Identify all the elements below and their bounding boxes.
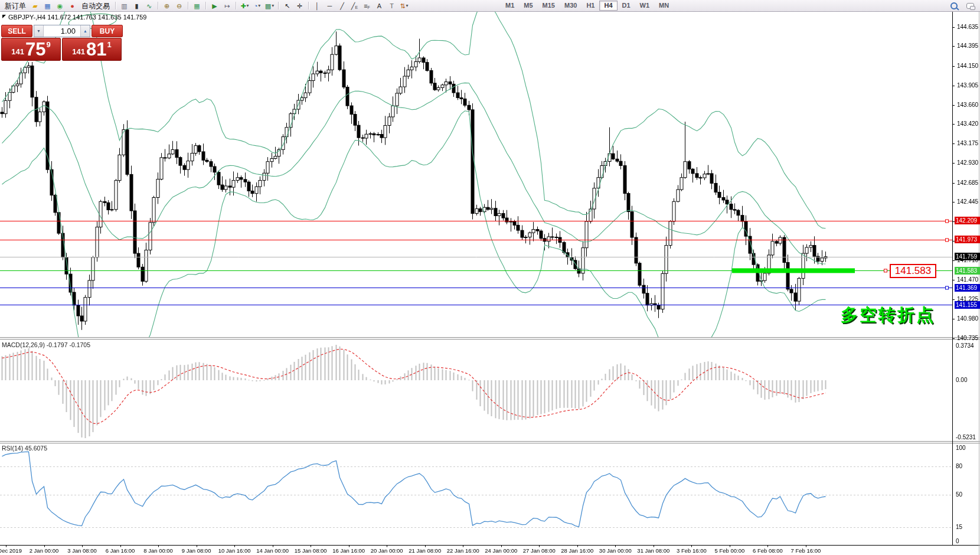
horizontal-line-icon[interactable]: ─ bbox=[324, 1, 336, 11]
time-axis-label: 10 Jan 16:00 bbox=[218, 547, 251, 554]
arrows-icon[interactable]: ⇅▾ bbox=[398, 1, 410, 11]
price-tick-label: 143.175 bbox=[957, 140, 978, 146]
symbol-ohlc-line: GBPJPY-,H4 141.672 141.763 141.635 141.7… bbox=[2, 14, 146, 21]
timeframe-button-mn[interactable]: MN bbox=[654, 1, 674, 11]
signal-icon[interactable]: ◉ bbox=[54, 1, 66, 11]
time-axis-label: 15 Jan 08:00 bbox=[295, 547, 327, 554]
toolbar-separator bbox=[158, 2, 158, 9]
fibonacci-icon-sub: F bbox=[368, 3, 370, 12]
indicators-icon-caret[interactable]: ▾ bbox=[247, 1, 249, 11]
timeframe-button-m5[interactable]: M5 bbox=[519, 1, 537, 11]
new-order-button[interactable]: 新订单 bbox=[2, 1, 29, 11]
buy-button[interactable]: BUY bbox=[92, 25, 123, 37]
buy-price-main: 81 bbox=[86, 40, 106, 60]
gold-bars-icon[interactable]: ▰ bbox=[29, 1, 41, 11]
candlestick-chart-icon[interactable]: ▮ bbox=[130, 1, 143, 11]
text-label-icon[interactable]: T bbox=[386, 1, 398, 11]
buy-price-sup: 1 bbox=[107, 40, 111, 49]
price-chart-canvas[interactable] bbox=[0, 0, 980, 555]
text-icon[interactable]: A bbox=[373, 1, 386, 11]
indicators-icon[interactable]: ✚▾ bbox=[239, 1, 251, 11]
price-tick-label: 144.635 bbox=[957, 24, 978, 30]
toolbar-separator bbox=[205, 2, 206, 9]
toolbar-separator bbox=[308, 2, 309, 9]
timeframe-toolbar: M1M5M15M30H1H4D1W1MN bbox=[501, 1, 674, 11]
vertical-line-icon[interactable]: │ bbox=[311, 1, 324, 11]
periods-icon-caret[interactable]: ▾ bbox=[258, 1, 260, 11]
chart-shift-icon[interactable]: ↦ bbox=[221, 1, 233, 11]
toolbar: 新订单▰▦◉●自动交易▥▮∿⊕⊖▦▶↦✚▾◔▾▩▾↖✛│─╱╱E≡FAT⇅▾ M… bbox=[0, 0, 980, 12]
timeframe-button-m15[interactable]: M15 bbox=[538, 1, 560, 11]
price-badge: 141.973 bbox=[955, 236, 980, 243]
line-chart-icon[interactable]: ∿ bbox=[143, 1, 155, 11]
timeframe-button-m30[interactable]: M30 bbox=[560, 1, 582, 11]
templates-icon-caret[interactable]: ▾ bbox=[272, 1, 274, 11]
timeframe-button-h1[interactable]: H1 bbox=[582, 1, 599, 11]
time-axis-label: 7 Feb 16:00 bbox=[791, 547, 821, 554]
crosshair-icon[interactable]: ✛ bbox=[293, 1, 306, 11]
price-badge: 141.155 bbox=[955, 301, 980, 309]
fibonacci-icon[interactable]: ≡F bbox=[361, 1, 373, 11]
time-axis-label: 27 Jan 08:00 bbox=[523, 547, 556, 554]
macd-scale-label: 0.3734 bbox=[956, 342, 974, 349]
sell-price-box[interactable]: 141 75 9 bbox=[1, 38, 61, 61]
price-badge: 141.583 bbox=[955, 267, 980, 275]
price-badge: 142.209 bbox=[955, 217, 980, 224]
auto-scroll-icon[interactable]: ▶ bbox=[208, 1, 221, 11]
toolbar-left-group: 新订单▰▦◉●自动交易▥▮∿⊕⊖▦▶↦✚▾◔▾▩▾↖✛│─╱╱E≡FAT⇅▾ bbox=[0, 0, 410, 11]
timeframe-button-d1[interactable]: D1 bbox=[618, 1, 635, 11]
rsi-scale-label: 0 bbox=[956, 538, 959, 544]
market-watch-icon[interactable]: ▦ bbox=[41, 1, 54, 11]
buy-price-box[interactable]: 141 81 1 bbox=[62, 38, 122, 61]
buy-price-base: 141 bbox=[72, 47, 85, 56]
auto-trading-icon[interactable]: ● bbox=[66, 1, 79, 11]
time-axis-label: 9 Jan 08:00 bbox=[182, 547, 211, 554]
macd-scale-label: 0.00 bbox=[956, 377, 967, 383]
equidistant-channel-icon[interactable]: ╱E bbox=[348, 1, 361, 11]
macd-indicator-label: MACD(12,26,9) -0.1797 -0.1705 bbox=[2, 341, 90, 348]
arrows-icon-caret[interactable]: ▾ bbox=[406, 1, 409, 11]
chat-icon[interactable] bbox=[966, 3, 974, 9]
toolbar-separator bbox=[278, 2, 279, 9]
price-label-box[interactable]: 141.583 bbox=[890, 264, 936, 278]
time-axis-label: 21 Jan 08:00 bbox=[409, 547, 441, 554]
one-click-trading-panel: SELL ▾ 1.00 ▴ BUY 141 75 9 141 81 1 bbox=[1, 25, 123, 61]
time-axis-label: 20 Jan 00:00 bbox=[371, 547, 403, 554]
bar-chart-icon[interactable]: ▥ bbox=[118, 1, 130, 11]
turning-point-annotation[interactable]: 多空转折点 bbox=[841, 303, 935, 327]
macd-scale-label: -0.5231 bbox=[956, 434, 976, 440]
price-tick-label: 143.905 bbox=[957, 82, 978, 89]
timeframe-button-m1[interactable]: M1 bbox=[501, 1, 519, 11]
time-axis-label: 6 Jan 16:00 bbox=[106, 547, 135, 554]
toolbar-separator bbox=[188, 2, 188, 9]
symbol-ohlc-text: GBPJPY-,H4 141.672 141.763 141.635 141.7… bbox=[8, 14, 146, 21]
timeframe-button-w1[interactable]: W1 bbox=[635, 1, 655, 11]
price-tick-label: 144.150 bbox=[957, 63, 978, 69]
zoom-in-icon[interactable]: ⊕ bbox=[161, 1, 173, 11]
price-tick-label: 140.980 bbox=[957, 315, 978, 322]
templates-icon[interactable]: ▩▾ bbox=[263, 1, 276, 11]
tile-windows-icon[interactable]: ▦ bbox=[191, 1, 203, 11]
zoom-out-icon[interactable]: ⊖ bbox=[173, 1, 185, 11]
time-axis-label: 8 Jan 00:00 bbox=[143, 547, 173, 554]
volume-dropdown-button[interactable]: ▾ bbox=[34, 25, 44, 37]
sell-price-base: 141 bbox=[11, 47, 24, 56]
volume-up-button[interactable]: ▴ bbox=[80, 25, 90, 37]
trendline-icon[interactable]: ╱ bbox=[336, 1, 348, 11]
cursor-icon[interactable]: ↖ bbox=[281, 1, 293, 11]
time-axis-label: 2 Jan 00:00 bbox=[30, 547, 59, 554]
toolbar-separator bbox=[236, 2, 236, 9]
equidistant-channel-icon-sub: E bbox=[355, 3, 358, 12]
search-icon[interactable] bbox=[950, 2, 958, 9]
timeframe-button-h4[interactable]: H4 bbox=[599, 1, 617, 11]
periods-icon[interactable]: ◔▾ bbox=[251, 1, 263, 11]
sell-button[interactable]: SELL bbox=[1, 25, 32, 37]
time-axis-label: 3 Feb 16:00 bbox=[677, 547, 707, 554]
rsi-scale-label: 100 bbox=[956, 445, 966, 451]
auto-trading-button[interactable]: 自动交易 bbox=[79, 1, 113, 11]
time-axis-label: 30 Jan 00:00 bbox=[599, 547, 632, 554]
time-axis-label: 6 Feb 08:00 bbox=[753, 547, 783, 554]
price-badge: 141.759 bbox=[955, 253, 980, 260]
volume-input[interactable]: 1.00 bbox=[44, 25, 80, 37]
toolbar-separator bbox=[115, 2, 116, 9]
